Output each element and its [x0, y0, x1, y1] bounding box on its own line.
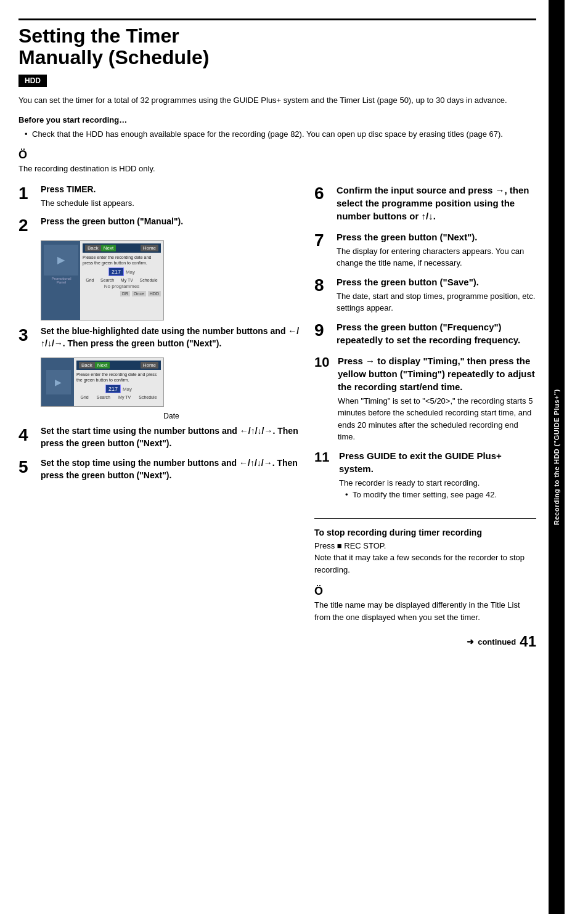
two-column-layout: 1 Press TIMER. The schedule list appears… [18, 184, 536, 651]
screen-mock-2: ▶ Back Next Home Please enter the record… [41, 357, 164, 407]
step-8: 8 Press the green button ("Save"). The d… [314, 275, 536, 314]
screen-date-row-1: 217 May [83, 267, 161, 276]
step-10: 10 Press → to display "Timing," then pre… [314, 354, 536, 443]
step-10-content: Press → to display "Timing," then press … [338, 354, 536, 443]
page-title: Setting the Timer Manually (Schedule) [18, 18, 536, 68]
screen-home-btn: Home [141, 245, 158, 251]
screen2-next-btn: Next [95, 362, 110, 369]
step-1-title: Press TIMER. [41, 184, 302, 196]
screen-grid-btn: Grid [86, 278, 94, 282]
screen-dr-bar: DR Once HDD [83, 291, 161, 296]
step-10-body: When "Timing" is set to "<5/20>," the re… [338, 395, 536, 443]
screen-date-label-1: May [126, 269, 135, 275]
page-number: 41 [520, 633, 536, 650]
step-11-bullet: To modify the timer setting, see page 42… [345, 489, 536, 501]
step-5-num: 5 [18, 457, 41, 476]
step-4-content: Set the start time using the number butt… [41, 425, 302, 451]
step-9-title: Press the green button ("Frequency") rep… [337, 320, 536, 346]
step-1-body: The schedule list appears. [41, 197, 302, 210]
to-stop-body: Press ■ REC STOP. Note that it may take … [314, 540, 536, 576]
step-8-num: 8 [314, 275, 337, 294]
step-11-num: 11 [314, 449, 339, 464]
step-6-num: 6 [314, 184, 337, 202]
screen1-side-label: PromotionalPanel [44, 277, 79, 284]
screen-mock-1-inner: ▶ PromotionalPanel Back Next Home [41, 241, 163, 320]
screen-bottom-bar-1: Grid Search My TV Schedule [83, 278, 161, 282]
step-3-content: Set the blue-highlighted date using the … [41, 325, 302, 351]
screen-menu-text-1: Please enter the recording date and pres… [83, 255, 161, 266]
step-1-content: Press TIMER. The schedule list appears. [41, 184, 302, 210]
section-divider [314, 518, 536, 519]
step-2: 2 Press the green button ("Manual"). [18, 216, 302, 234]
screen-no-prog: No programmes [83, 284, 161, 289]
step-7-num: 7 [314, 231, 337, 249]
step-4-title: Set the start time using the number butt… [41, 425, 302, 449]
note2-icon: Ö [314, 585, 536, 598]
step-1-num: 1 [18, 184, 41, 202]
screen-back-btn: Back [85, 245, 101, 251]
step-9-content: Press the green button ("Frequency") rep… [337, 320, 536, 348]
screen-date-box-2: 217 [105, 385, 121, 393]
step-10-num: 10 [314, 354, 338, 369]
step-10-title: Press → to display "Timing," then press … [338, 354, 536, 393]
left-column: 1 Press TIMER. The schedule list appears… [18, 184, 302, 651]
step-11: 11 Press GUIDE to exit the GUIDE Plus+ s… [314, 449, 536, 510]
continued-text: continued [478, 637, 516, 647]
screen-menu-bar-1: Back Next Home [83, 243, 161, 253]
screen-tv-area-2: ▶ [41, 358, 75, 406]
screen-menu-1: Back Next Home Please enter the recordin… [80, 241, 163, 320]
continued-arrow: ➜ [467, 637, 474, 647]
note1-text: The recording destination is HDD only. [18, 163, 536, 175]
screen-bottom-bar-2: Grid Search My TV Schedule [76, 395, 161, 399]
date-label-text: Date [163, 412, 179, 420]
step-5-title: Set the stop time using the number butto… [41, 457, 302, 481]
screen2-search-btn: Search [97, 395, 110, 399]
step-6-title: Confirm the input source and press →, th… [337, 184, 536, 222]
before-bullets: Check that the HDD has enough available … [18, 128, 536, 141]
to-stop-title: To stop recording during timer recording [314, 528, 536, 537]
screen2-tv-image: ▶ [46, 370, 71, 394]
screen-menu-2: Back Next Home Please enter the recordin… [74, 358, 163, 406]
screen-next-btn: Next [101, 245, 116, 251]
continued-footer: ➜ continued 41 [314, 633, 536, 650]
step-9-num: 9 [314, 320, 337, 339]
screen-date-label-2: May [123, 386, 132, 392]
screen2-home-btn: Home [141, 362, 158, 369]
step-7: 7 Press the green button ("Next"). The d… [314, 231, 536, 269]
screen1-tv-icon: ▶ [57, 254, 65, 266]
screen-date-row-2: 217 May [76, 385, 161, 393]
step-8-title: Press the green button ("Save"). [337, 275, 536, 288]
step-2-num: 2 [18, 216, 41, 234]
step-2-title: Press the green button ("Manual"). [41, 216, 302, 228]
step-8-body: The date, start and stop times, programm… [337, 290, 536, 314]
screen-mock-2-inner: ▶ Back Next Home Please enter the record… [41, 358, 163, 406]
screen-tv-area-1: ▶ PromotionalPanel [41, 241, 81, 320]
main-content: Setting the Timer Manually (Schedule) HD… [0, 0, 549, 914]
step-3: 3 Set the blue-highlighted date using th… [18, 325, 302, 351]
intro-text: You can set the timer for a total of 32 … [18, 94, 536, 107]
step-6: 6 Confirm the input source and press →, … [314, 184, 536, 224]
step-4: 4 Set the start time using the number bu… [18, 425, 302, 451]
step-6-content: Confirm the input source and press →, th… [337, 184, 536, 224]
step-7-content: Press the green button ("Next"). The dis… [337, 231, 536, 269]
screen-menu-text-2: Please enter the recording date and pres… [76, 372, 161, 383]
screen2-back-btn: Back [79, 362, 95, 369]
step-11-title: Press GUIDE to exit the GUIDE Plus+ syst… [339, 449, 536, 475]
screen2-schedule-btn: Schedule [139, 395, 157, 399]
page-wrapper: Setting the Timer Manually (Schedule) HD… [0, 0, 588, 914]
step-5-content: Set the stop time using the number butto… [41, 457, 302, 483]
screen-once-btn: Once [132, 291, 146, 296]
step-3-num: 3 [18, 325, 41, 344]
before-heading: Before you start recording… [18, 115, 536, 124]
before-section: Before you start recording… Check that t… [18, 115, 536, 141]
screen-menu-bar-2: Back Next Home [76, 361, 161, 370]
screen-mock-1: ▶ PromotionalPanel Back Next Home [41, 240, 164, 320]
step-8-content: Press the green button ("Save"). The dat… [337, 275, 536, 314]
hdd-badge: HDD [18, 75, 47, 87]
step-7-body: The display for entering characters appe… [337, 245, 536, 269]
step-11-bullets: To modify the timer setting, see page 42… [339, 489, 536, 501]
step-11-content: Press GUIDE to exit the GUIDE Plus+ syst… [339, 449, 536, 510]
screen-hdd-btn: HDD [148, 291, 161, 296]
to-stop-section: To stop recording during timer recording… [314, 528, 536, 576]
step-7-title: Press the green button ("Next"). [337, 231, 536, 243]
